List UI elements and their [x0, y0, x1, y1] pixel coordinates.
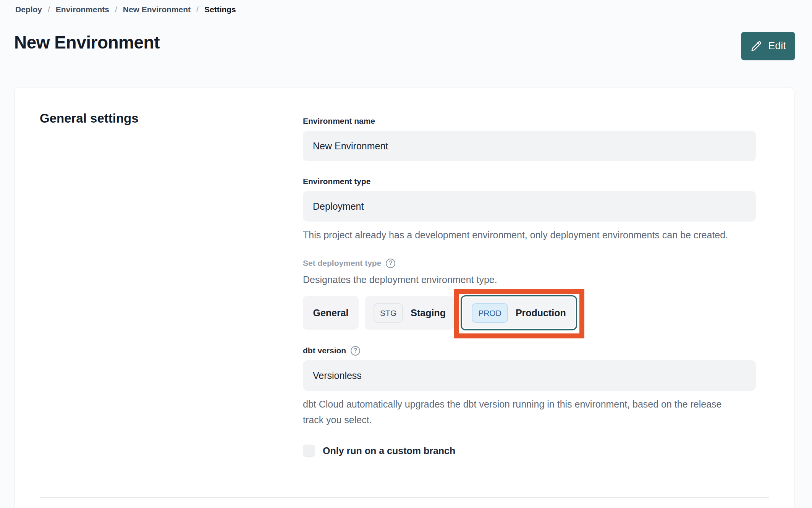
prod-badge: PROD: [472, 303, 508, 323]
breadcrumb: Deploy / Environments / New Environment …: [15, 5, 236, 14]
custom-branch-row: Only run on a custom branch: [303, 445, 756, 457]
dbt-version-label: dbt version: [303, 346, 346, 356]
edit-button[interactable]: Edit: [741, 32, 795, 60]
breadcrumb-deploy[interactable]: Deploy: [15, 5, 42, 14]
question-circle-icon[interactable]: ?: [386, 259, 395, 268]
environment-name-input[interactable]: New Environment: [303, 131, 756, 161]
production-button-label: Production: [516, 307, 566, 319]
page-title: New Environment: [14, 32, 160, 53]
deployment-type-label: Set deployment type: [303, 258, 381, 268]
deployment-type-label-row: Set deployment type ?: [303, 258, 756, 268]
dbt-version-value: Versionless: [313, 370, 362, 381]
environment-name-label: Environment name: [303, 116, 756, 126]
edit-button-label: Edit: [768, 40, 786, 52]
question-circle-icon[interactable]: ?: [351, 346, 360, 356]
environment-type-label: Environment type: [303, 176, 756, 186]
section-divider: [40, 497, 769, 498]
deployment-type-production-button[interactable]: PROD Production: [461, 295, 577, 330]
breadcrumb-environments[interactable]: Environments: [56, 5, 109, 14]
breadcrumb-settings: Settings: [204, 5, 236, 14]
environment-type-input[interactable]: Deployment: [303, 191, 756, 222]
dbt-version-input[interactable]: Versionless: [303, 360, 756, 391]
deployment-type-general-button[interactable]: General: [303, 296, 359, 330]
environment-type-help-text: This project already has a development e…: [303, 227, 731, 243]
breadcrumb-separator: /: [196, 5, 199, 14]
stg-badge: STG: [374, 303, 403, 323]
environment-type-value: Deployment: [313, 201, 364, 212]
breadcrumb-separator: /: [115, 5, 117, 14]
general-settings-heading: General settings: [40, 111, 139, 126]
general-settings-card: General settings Environment name New En…: [15, 87, 794, 508]
pencil-icon: [750, 40, 762, 52]
custom-branch-checkbox[interactable]: [303, 445, 315, 457]
breadcrumb-new-environment[interactable]: New Environment: [123, 5, 191, 14]
dbt-version-help-text: dbt Cloud automatically upgrades the dbt…: [303, 396, 731, 428]
deployment-type-description: Designates the deployment environment ty…: [303, 274, 756, 285]
general-button-label: General: [313, 307, 348, 319]
environment-name-value: New Environment: [313, 141, 388, 152]
staging-button-label: Staging: [411, 307, 446, 319]
deployment-type-staging-button[interactable]: STG Staging: [365, 296, 455, 330]
general-settings-form: Environment name New Environment Environ…: [303, 116, 756, 457]
deployment-type-options: General STG Staging PROD Production: [303, 295, 756, 330]
dbt-version-label-row: dbt version ?: [303, 346, 756, 356]
custom-branch-label: Only run on a custom branch: [323, 445, 455, 456]
breadcrumb-separator: /: [48, 5, 50, 14]
